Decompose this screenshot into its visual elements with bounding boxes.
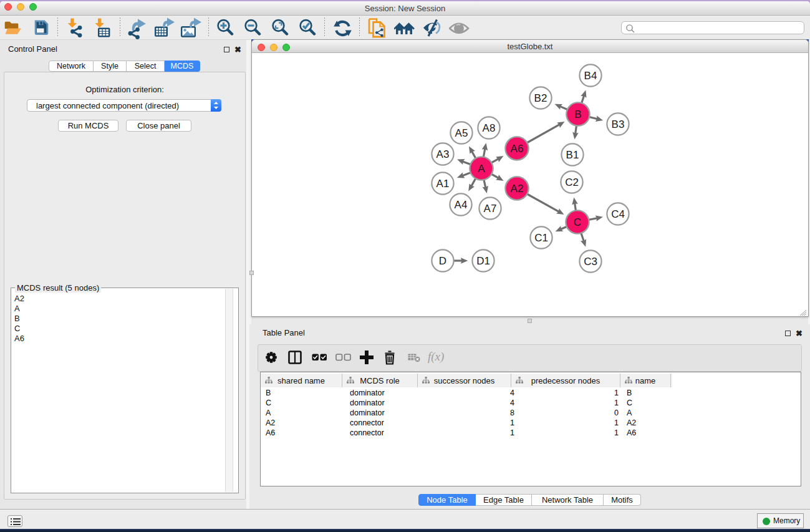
- svg-text:B3: B3: [612, 118, 625, 130]
- svg-text:C3: C3: [584, 256, 597, 268]
- svg-text:A8: A8: [483, 122, 496, 134]
- svg-text:C2: C2: [565, 177, 579, 188]
- svg-text:A: A: [478, 163, 485, 175]
- svg-text:A3: A3: [436, 148, 450, 160]
- svg-text:A5: A5: [455, 127, 468, 139]
- svg-text:A6: A6: [511, 143, 524, 155]
- svg-text:C4: C4: [611, 208, 625, 220]
- svg-text:f(x): f(x): [428, 351, 444, 364]
- svg-text:D1: D1: [476, 255, 490, 267]
- svg-text:D: D: [439, 255, 446, 267]
- svg-text:A2: A2: [511, 183, 524, 195]
- svg-text:B1: B1: [566, 149, 579, 161]
- svg-text:C1: C1: [534, 232, 548, 244]
- svg-text:A7: A7: [484, 203, 497, 215]
- svg-text:A4: A4: [455, 199, 468, 211]
- svg-text:B: B: [574, 109, 581, 120]
- svg-text:B2: B2: [534, 92, 547, 104]
- svg-text:B4: B4: [584, 70, 597, 82]
- svg-text:C: C: [574, 216, 581, 228]
- svg-text:A1: A1: [436, 178, 450, 190]
